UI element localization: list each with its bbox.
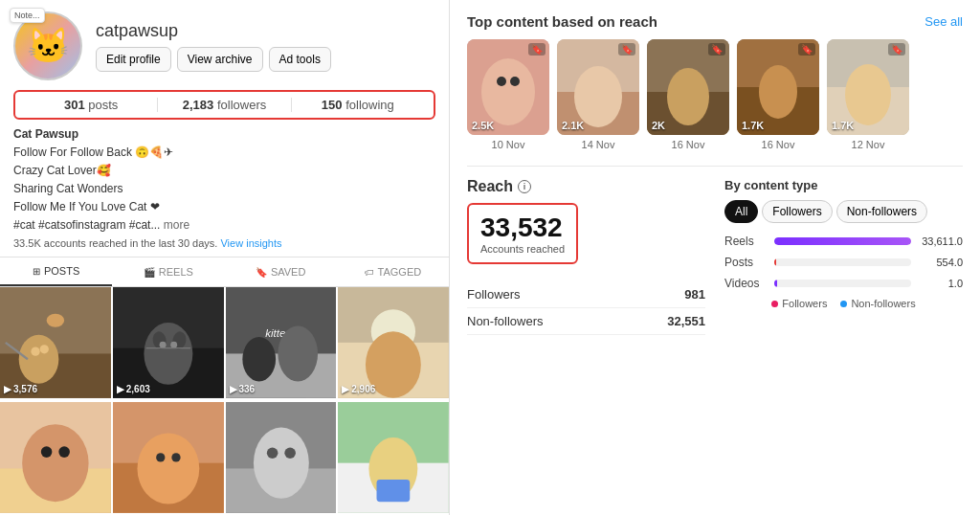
view-insights-link[interactable]: View insights (220, 237, 281, 249)
content-card-1[interactable]: 🔖 2.1K 14 Nov (557, 39, 639, 150)
svg-point-33 (171, 453, 180, 461)
content-card-2[interactable]: 🔖 2K 16 Nov (647, 39, 729, 150)
grid-cell-7[interactable] (226, 402, 337, 513)
grid-icon: ⊞ (33, 266, 40, 277)
svg-point-28 (58, 446, 70, 458)
filter-followers-button[interactable]: Followers (762, 200, 832, 223)
nonfollowers-row: Non-followers 32,551 (467, 308, 705, 335)
bio-line-4: Follow Me If You Love Cat ❤ (13, 198, 435, 215)
bar-reels: Reels 33,611.0 (724, 235, 963, 248)
content-thumb-4: 🔖 1.7K (827, 39, 909, 135)
reach-info-icon[interactable]: i (518, 180, 531, 193)
bar-posts-fill (774, 258, 776, 266)
followers-row: Followers 981 (467, 281, 705, 308)
svg-point-32 (156, 453, 165, 461)
bio-display-name: Cat Pawsup (13, 125, 435, 143)
edit-profile-button[interactable]: Edit profile (96, 47, 171, 72)
reach-left: Reach i 33,532 Accounts reached Follower… (467, 178, 705, 335)
bar-videos-val: 1.0 (919, 278, 963, 289)
posts-count: 301 (64, 98, 85, 112)
svg-point-26 (22, 424, 88, 502)
bar-videos-track (774, 280, 911, 287)
svg-point-19 (278, 326, 318, 382)
ad-tools-button[interactable]: Ad tools (269, 47, 331, 72)
bio-more-link[interactable]: more (164, 218, 189, 232)
reach-2: 2K (652, 120, 665, 131)
bio-line-5: #cat #catsofinstagram #cat... more (13, 216, 435, 234)
bar-reels-track (774, 237, 911, 245)
followers-stat: 2,183 followers (157, 98, 290, 112)
svg-point-37 (266, 447, 278, 459)
filter-row: All Followers Non-followers (724, 200, 963, 223)
film-icon: 🎬 (144, 267, 155, 278)
content-thumb-3: 🔖 1.7K (737, 39, 819, 135)
grid-cell-6[interactable] (113, 402, 224, 513)
content-card-3[interactable]: 🔖 1.7K 16 Nov (737, 39, 819, 150)
date-4: 12 Nov (827, 139, 909, 150)
tab-tagged[interactable]: 🏷 TAGGED (337, 258, 449, 286)
legend-nonfollowers: Non-followers (840, 298, 915, 309)
tab-posts[interactable]: ⊞ POSTS (0, 258, 112, 286)
top-content-header: Top content based on reach See all (467, 13, 963, 30)
by-content-title: By content type (724, 178, 963, 192)
svg-point-18 (242, 337, 276, 381)
grid-cell-8[interactable] (338, 402, 449, 513)
bio-line-3: Sharing Cat Wonders (13, 180, 435, 197)
svg-rect-42 (377, 480, 411, 502)
tab-saved[interactable]: 🔖 SAVED (225, 258, 337, 286)
bar-reels-fill (774, 237, 911, 245)
bookmark-icon-2: 🔖 (708, 43, 725, 56)
bio: Cat Pawsup Follow For Follow Back 🙃🍕✈ Cr… (13, 125, 435, 234)
date-1: 14 Nov (557, 139, 639, 150)
content-thumb-0: 🔖 2.5K (467, 39, 549, 135)
bar-reels-val: 33,611.0 (919, 235, 963, 247)
bookmark-icon-3: 🔖 (798, 43, 815, 56)
svg-point-38 (284, 447, 296, 459)
following-label: following (345, 98, 394, 112)
svg-point-4 (40, 345, 49, 353)
grid-cell-5[interactable] (0, 402, 111, 513)
svg-point-55 (759, 65, 797, 119)
profile-header: Note... 🐱 catpawsup Edit profile View ar… (13, 11, 435, 80)
svg-point-46 (510, 77, 520, 86)
svg-point-9 (144, 323, 192, 385)
left-panel: Note... 🐱 catpawsup Edit profile View ar… (0, 0, 450, 515)
posts-label: posts (88, 98, 118, 112)
followers-label: followers (217, 98, 266, 112)
bookmark-icon: 🔖 (256, 267, 267, 278)
views-1: ▶3,576 (4, 384, 37, 394)
filter-nonfollowers-button[interactable]: Non-followers (836, 200, 927, 223)
see-all-link[interactable]: See all (924, 14, 963, 29)
grid-cell-4[interactable]: ▶2,906 (338, 287, 449, 398)
view-archive-button[interactable]: View archive (177, 47, 263, 72)
right-panel: Top content based on reach See all 🔖 2.5… (450, 0, 980, 515)
grid-cell-2[interactable]: ▶2,603 (113, 287, 224, 398)
svg-point-58 (845, 64, 891, 125)
reach-0: 2.5K (472, 120, 494, 131)
reach-3: 1.7K (742, 120, 764, 131)
nonfollowers-dot (840, 301, 847, 307)
content-card-0[interactable]: 🔖 2.5K 10 Nov (467, 39, 549, 150)
grid-cell-1[interactable]: ▶3,576 (0, 287, 111, 398)
tab-reels[interactable]: 🎬 REELS (112, 258, 224, 286)
views-4: ▶2,906 (342, 384, 375, 394)
views-2: ▶2,603 (117, 384, 150, 394)
following-stat: 150 following (291, 98, 424, 112)
filter-all-button[interactable]: All (724, 200, 758, 223)
insights-text: 33.5K accounts reached in the last 30 da… (13, 237, 435, 249)
bar-posts-val: 554.0 (919, 257, 963, 268)
bar-posts-label: Posts (724, 256, 767, 269)
avatar-wrap: Note... 🐱 (13, 11, 82, 80)
grid-cell-3[interactable]: kittens ▶336 (226, 287, 337, 398)
reach-sub: Accounts reached (480, 243, 565, 255)
content-card-4[interactable]: 🔖 1.7K 12 Nov (827, 39, 909, 150)
bookmark-icon-0: 🔖 (528, 43, 546, 56)
profile-username: catpawsup (96, 21, 435, 41)
profile-section: Note... 🐱 catpawsup Edit profile View ar… (0, 0, 449, 257)
followers-dot (771, 301, 778, 307)
bar-videos-fill (774, 280, 777, 287)
reach-title: Reach i (467, 178, 705, 195)
legend-nonfollowers-label: Non-followers (851, 298, 915, 309)
profile-actions: Edit profile View archive Ad tools (96, 47, 435, 72)
svg-point-13 (170, 342, 177, 348)
